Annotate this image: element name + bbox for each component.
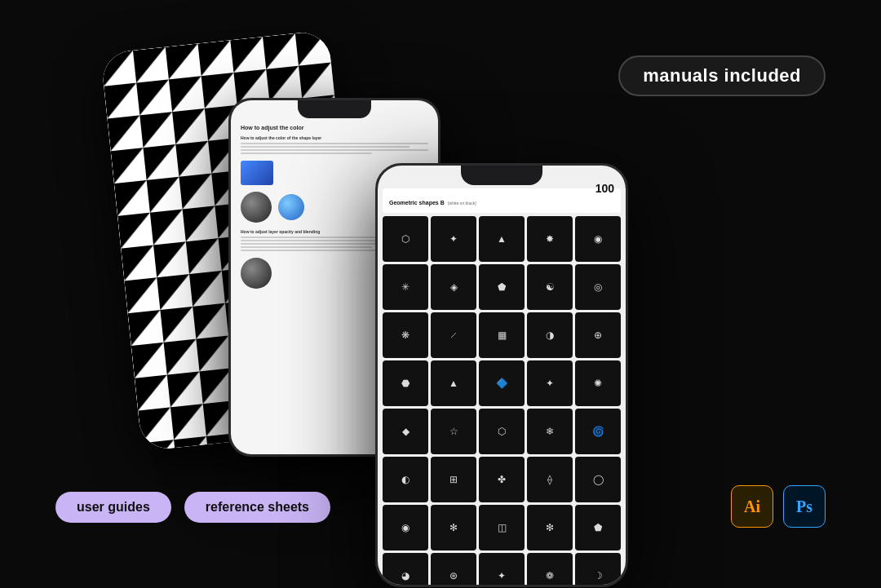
shape-cell: ⟋: [431, 312, 476, 358]
shape-cell: ⬡: [383, 216, 428, 262]
phone-reference: Geometric shapes B [white on black] 100 …: [375, 163, 628, 587]
shape-cell: ⬟: [479, 264, 525, 310]
user-guides-pill[interactable]: user guides: [55, 492, 171, 523]
text-line: [241, 149, 428, 151]
sphere-blue: [278, 194, 304, 220]
manuals-badge: manuals included: [618, 55, 826, 96]
shape-cell: ▲: [431, 360, 476, 406]
photoshop-icon: Ps: [783, 485, 826, 528]
color-sample: [241, 161, 273, 185]
text-line: [241, 143, 428, 144]
shape-cell: ◈: [431, 264, 476, 310]
phone-reference-screen: Geometric shapes B [white on black] 100 …: [378, 166, 626, 585]
shape-cell: ❇: [527, 505, 573, 550]
shape-cell: ✤: [479, 457, 525, 502]
shape-cell: ☽: [575, 553, 621, 585]
sphere-dark: [241, 192, 272, 223]
shape-cell: ☯: [527, 264, 573, 310]
shape-cell: ✺: [575, 360, 621, 406]
manuals-badge-label: manuals included: [643, 65, 801, 86]
shape-cell: ◫: [479, 505, 525, 550]
shape-cell: ✦: [431, 216, 476, 262]
shape-cell: ⟠: [527, 457, 573, 502]
shape-cell: ❄: [527, 409, 573, 454]
shape-cell: ◕: [383, 553, 428, 585]
manual-section-1: How to adjust the color of the shape lay…: [237, 135, 432, 154]
shape-cell: ⊕: [575, 312, 621, 358]
text-line: [241, 146, 410, 148]
shape-cell: ✸: [527, 216, 573, 262]
shape-cell: ❁: [527, 553, 573, 585]
shape-cell: ✳: [383, 264, 428, 310]
shape-cell: ▲: [479, 216, 525, 262]
manual-header: How to adjust the color: [237, 125, 432, 130]
shape-cell: 🌀: [575, 409, 621, 454]
shapes-grid: ⬡ ✦ ▲ ✸ ◉ ✳ ◈ ⬟ ☯ ◎ ❋ ⟋ ▦ ◑ ⊕ ⬣ ▲ 🔷 ✦ ✺ …: [383, 216, 621, 585]
shape-cell: ◯: [575, 457, 621, 502]
phone-reference-notch: [461, 166, 542, 185]
phone-manual-notch: [298, 100, 371, 118]
shape-cell: 🔷: [479, 360, 525, 406]
shape-cell: ⬡: [479, 409, 525, 454]
illustrator-icon: Ai: [731, 485, 773, 528]
ref-title: Geometric shapes B: [389, 200, 445, 206]
shape-cell: ☆: [431, 409, 476, 454]
shape-cell: ◉: [575, 216, 621, 262]
shape-cell: ◑: [527, 312, 573, 358]
shape-cell: ◆: [383, 409, 428, 454]
bottom-pills: user guides reference sheets: [55, 492, 330, 523]
shape-cell: ⬟: [575, 505, 621, 550]
shape-cell: ⊛: [431, 553, 476, 585]
ref-subtitle: [white on black]: [448, 201, 476, 206]
shape-cell: ◐: [383, 457, 428, 502]
shape-cell: ✦: [479, 553, 525, 585]
text-line: [241, 153, 372, 154]
ref-header: Geometric shapes B [white on black] 100: [383, 188, 621, 213]
text-line: [241, 246, 372, 248]
shape-cell: ◎: [575, 264, 621, 310]
shape-cell: ▦: [479, 312, 525, 358]
manual-section-1-title: How to adjust the color of the shape lay…: [241, 135, 428, 140]
shape-cell: ⬣: [383, 360, 428, 406]
reference-sheets-pill[interactable]: reference sheets: [184, 492, 330, 523]
sphere-dark-2: [241, 258, 272, 289]
app-icons: Ai Ps: [731, 485, 826, 528]
shape-cell: ✦: [527, 360, 573, 406]
shape-cell: ❋: [383, 312, 428, 358]
shape-cell: ◉: [383, 505, 428, 550]
shape-cell: ⊞: [431, 457, 476, 502]
shape-cell: ✻: [431, 505, 476, 550]
ref-count: 100: [595, 182, 614, 195]
